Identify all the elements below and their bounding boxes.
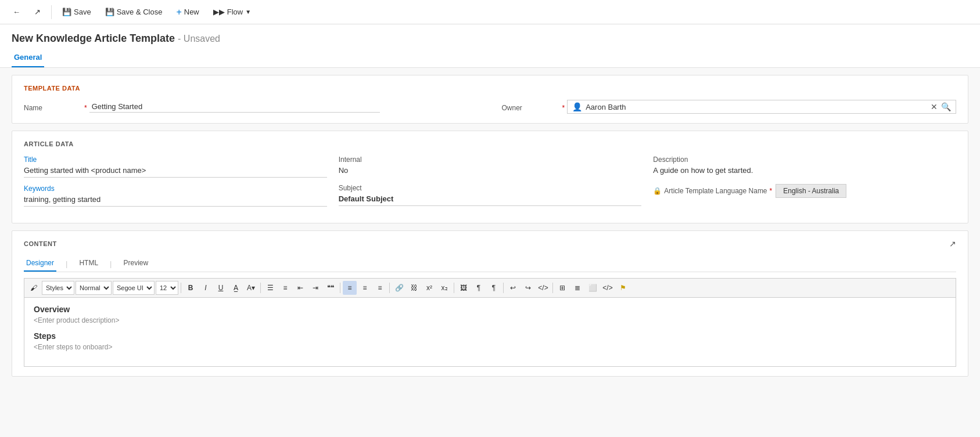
et-code-btn[interactable]: </> <box>601 281 615 295</box>
et-redo-btn[interactable]: ↪ <box>521 281 535 295</box>
article-grid: Title Getting started with <product name… <box>24 156 956 214</box>
et-unlink-btn[interactable]: ⛓ <box>407 281 421 295</box>
et-outdent-btn[interactable]: ⇤ <box>293 281 307 295</box>
et-ul-btn[interactable]: ☰ <box>263 281 277 295</box>
et-font-select[interactable]: Segoe UI <box>113 281 155 295</box>
et-align-left-btn[interactable]: ≡ <box>343 281 357 295</box>
et-ltr-btn[interactable]: ¶ <box>487 281 501 295</box>
flow-icon: ▶▶ <box>213 8 225 16</box>
et-image-btn[interactable]: 🖼 <box>457 281 471 295</box>
article-data-title: ARTICLE DATA <box>24 140 956 147</box>
et-undo-btn[interactable]: ↩ <box>506 281 520 295</box>
flow-button[interactable]: ▶▶ Flow ▼ <box>207 5 257 19</box>
subject-label: Subject <box>339 184 642 192</box>
article-col-1: Title Getting started with <product name… <box>24 156 327 214</box>
owner-search-icon[interactable]: 🔍 <box>941 102 951 111</box>
name-required: * <box>84 102 87 112</box>
et-list-btn[interactable]: ≣ <box>570 281 584 295</box>
et-link-btn[interactable]: 🔗 <box>392 281 406 295</box>
keywords-label: Keywords <box>24 185 327 193</box>
lang-label-wrap: 🔒 Article Template Language Name * <box>653 187 772 195</box>
expand-icon[interactable]: ↗ <box>949 239 956 248</box>
subject-value[interactable]: Default Subject <box>339 194 642 206</box>
template-data-title: TEMPLATE DATA <box>24 85 956 92</box>
new-icon: + <box>176 7 181 17</box>
page-title-bar: New Knowledge Article Template - Unsaved <box>0 24 980 48</box>
et-bold-btn[interactable]: B <box>184 281 198 295</box>
lang-label: Article Template Language Name <box>664 187 767 195</box>
steps-placeholder: <Enter steps to onboard> <box>34 343 946 351</box>
tab-designer[interactable]: Designer <box>24 255 56 272</box>
et-align-center-btn[interactable]: ≡ <box>358 281 372 295</box>
internal-label: Internal <box>339 156 642 164</box>
et-rtl-btn[interactable]: ¶ <box>472 281 486 295</box>
et-frame-btn[interactable]: ⬜ <box>586 281 600 295</box>
owner-person-icon: 👤 <box>572 102 582 111</box>
et-align-right-btn[interactable]: ≡ <box>373 281 387 295</box>
content-header: CONTENT ↗ <box>24 240 956 255</box>
content-section: CONTENT ↗ Designer | HTML | Preview 🖌 St… <box>12 230 968 377</box>
internal-value: No <box>339 166 642 177</box>
et-italic-btn[interactable]: I <box>199 281 213 295</box>
toolbar-divider-1 <box>51 5 52 19</box>
et-table-btn[interactable]: ⊞ <box>555 281 569 295</box>
new-button[interactable]: + New <box>170 5 204 20</box>
toolbar: ← ↗ 💾 Save 💾 Save & Close + New ▶▶ Flow … <box>0 0 980 24</box>
title-value[interactable]: Getting started with <product name> <box>24 166 327 178</box>
template-left: Name * Getting Started <box>24 101 479 113</box>
name-value[interactable]: Getting Started <box>89 101 380 113</box>
et-flag-btn[interactable]: ⚑ <box>616 281 630 295</box>
tab-preview[interactable]: Preview <box>121 255 150 272</box>
template-right: Owner * 👤 Aaron Barth ✕ 🔍 <box>479 100 957 114</box>
et-sep-1 <box>181 283 181 293</box>
et-ol-btn[interactable]: ≡ <box>278 281 292 295</box>
tab-general[interactable]: General <box>12 48 44 67</box>
save-icon: 💾 <box>62 8 71 16</box>
editor-body[interactable]: Overview <Enter product description> Ste… <box>24 297 956 367</box>
owner-name: Aaron Barth <box>586 103 927 111</box>
et-paintbrush-btn[interactable]: 🖌 <box>27 281 41 295</box>
et-blockquote-btn[interactable]: ❝❝ <box>324 281 338 295</box>
title-field: Title Getting started with <product name… <box>24 156 327 178</box>
article-col-3: Description A guide on how to get starte… <box>653 156 956 214</box>
lock-icon: 🔒 <box>653 187 662 195</box>
owner-clear-button[interactable]: ✕ <box>931 102 938 111</box>
save-button[interactable]: 💾 Save <box>56 5 97 19</box>
keywords-value[interactable]: training, getting started <box>24 195 327 207</box>
lang-required: * <box>770 187 773 195</box>
description-field: Description A guide on how to get starte… <box>653 156 956 177</box>
et-highlight-btn[interactable]: A̲ <box>229 281 243 295</box>
tab-html[interactable]: HTML <box>77 255 100 272</box>
description-label: Description <box>653 156 956 164</box>
et-sep-3 <box>340 283 340 293</box>
steps-heading: Steps <box>34 331 946 341</box>
owner-required: * <box>562 102 565 112</box>
lang-value[interactable]: English - Australia <box>776 184 846 198</box>
share-icon: ↗ <box>34 8 41 16</box>
page-title: New Knowledge Article Template - Unsaved <box>12 32 968 45</box>
et-superscript-btn[interactable]: x² <box>422 281 436 295</box>
save-close-button[interactable]: 💾 Save & Close <box>99 5 168 19</box>
share-button[interactable]: ↗ <box>28 5 46 19</box>
et-underline-btn[interactable]: U <box>214 281 228 295</box>
back-button[interactable]: ← <box>7 5 26 19</box>
overview-heading: Overview <box>34 305 946 314</box>
et-sep-6 <box>503 283 504 293</box>
template-data-row: Name * Getting Started Owner * 👤 Aaron B… <box>24 100 956 114</box>
et-subscript-btn[interactable]: x₂ <box>437 281 451 295</box>
owner-field[interactable]: 👤 Aaron Barth ✕ 🔍 <box>567 100 956 114</box>
overview-placeholder: <Enter product description> <box>34 316 946 324</box>
et-sep-2 <box>260 283 261 293</box>
flow-dropdown-icon: ▼ <box>245 9 251 15</box>
owner-label: Owner <box>502 102 560 112</box>
et-fontcolor-btn[interactable]: A▾ <box>244 281 258 295</box>
et-styles-select[interactable]: Styles <box>42 281 74 295</box>
et-format-select[interactable]: Normal <box>76 281 112 295</box>
et-source-btn[interactable]: </> <box>536 281 550 295</box>
et-indent-btn[interactable]: ⇥ <box>308 281 322 295</box>
lang-row: 🔒 Article Template Language Name * Engli… <box>653 184 956 198</box>
main-content: TEMPLATE DATA Name * Getting Started Own… <box>0 68 980 384</box>
et-sep-4 <box>389 283 390 293</box>
et-size-select[interactable]: 12 <box>156 281 178 295</box>
subject-field: Subject Default Subject <box>339 184 642 206</box>
